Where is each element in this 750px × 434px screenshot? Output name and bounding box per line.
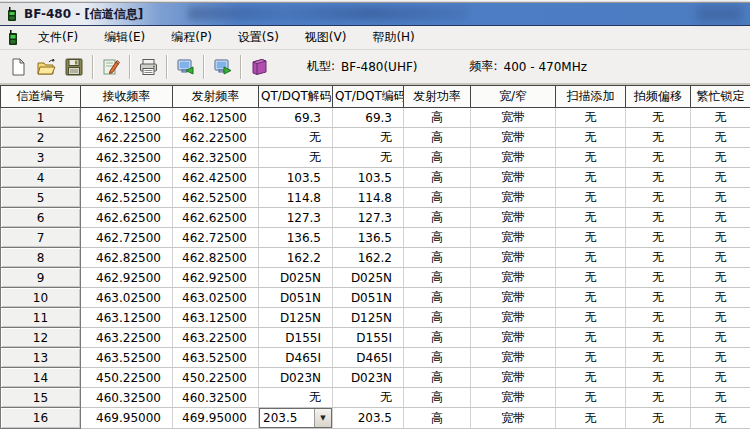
cell-power[interactable]: 高 (404, 168, 471, 188)
cell-tx[interactable]: 462.32500 (173, 148, 259, 168)
cell-busy[interactable]: 无 (691, 228, 750, 248)
row-header-cell[interactable]: 9 (1, 268, 81, 288)
cell-busy[interactable]: 无 (691, 288, 750, 308)
column-header-offset[interactable]: 拍频偏移 (626, 86, 691, 108)
cell-decode[interactable]: D051N (259, 288, 333, 308)
cell-busy[interactable]: 无 (691, 128, 750, 148)
column-header-busy[interactable]: 繁忙锁定 (691, 86, 750, 108)
cell-rx[interactable]: 462.52500 (81, 188, 173, 208)
cell-offset[interactable]: 无 (626, 208, 691, 228)
cell-bandwidth[interactable]: 宽带 (471, 208, 556, 228)
cell-encode[interactable]: D155I (333, 328, 404, 348)
cell-decode[interactable]: 69.3 (259, 108, 333, 128)
cell-decode[interactable]: 103.5 (259, 168, 333, 188)
cell-busy[interactable]: 无 (691, 268, 750, 288)
cell-decode[interactable]: 114.8 (259, 188, 333, 208)
cell-tx[interactable]: 462.72500 (173, 228, 259, 248)
row-header-cell[interactable]: 16 (1, 408, 81, 429)
cell-decode[interactable]: D155I (259, 328, 333, 348)
cell-rx[interactable]: 462.72500 (81, 228, 173, 248)
cell-offset[interactable]: 无 (626, 368, 691, 388)
cell-busy[interactable]: 无 (691, 108, 750, 128)
cell-decode[interactable]: 无 (259, 148, 333, 168)
cell-power[interactable]: 高 (404, 348, 471, 368)
menu-view[interactable]: 视图(V) (293, 26, 359, 49)
print-button[interactable] (134, 53, 162, 81)
cell-tx[interactable]: 463.12500 (173, 308, 259, 328)
cell-scan[interactable]: 无 (556, 168, 626, 188)
cell-power[interactable]: 高 (404, 388, 471, 408)
cell-offset[interactable]: 无 (626, 248, 691, 268)
cell-tx[interactable]: 462.42500 (173, 168, 259, 188)
cell-rx[interactable]: 469.95000 (81, 408, 173, 429)
cell-power[interactable]: 高 (404, 108, 471, 128)
cell-bandwidth[interactable]: 宽带 (471, 288, 556, 308)
cell-encode[interactable]: 69.3 (333, 108, 404, 128)
column-header-power[interactable]: 发射功率 (404, 86, 471, 108)
cell-tx[interactable]: 462.12500 (173, 108, 259, 128)
cell-rx[interactable]: 462.12500 (81, 108, 173, 128)
cell-bandwidth[interactable]: 宽带 (471, 108, 556, 128)
cell-decode[interactable]: 127.3 (259, 208, 333, 228)
cell-decode[interactable]: 无 (259, 128, 333, 148)
cell-offset[interactable]: 无 (626, 348, 691, 368)
cell-encode[interactable]: 103.5 (333, 168, 404, 188)
column-header-tx[interactable]: 发射频率 (173, 86, 259, 108)
cell-offset[interactable]: 无 (626, 388, 691, 408)
cell-scan[interactable]: 无 (556, 288, 626, 308)
write-to-radio-button[interactable] (208, 53, 236, 81)
column-header-scan[interactable]: 扫描添加 (556, 86, 626, 108)
cell-bandwidth[interactable]: 宽带 (471, 128, 556, 148)
cell-encode[interactable]: D023N (333, 368, 404, 388)
menu-edit[interactable]: 编辑(E) (92, 26, 157, 49)
cell-power[interactable]: 高 (404, 408, 471, 429)
row-header-cell[interactable]: 5 (1, 188, 81, 208)
cell-scan[interactable]: 无 (556, 368, 626, 388)
cell-tx[interactable]: 469.95000 (173, 408, 259, 429)
cell-busy[interactable]: 无 (691, 308, 750, 328)
cell-scan[interactable]: 无 (556, 228, 626, 248)
cell-busy[interactable]: 无 (691, 368, 750, 388)
child-window-icon[interactable] (6, 30, 20, 45)
column-header-bandwidth[interactable]: 宽/窄 (471, 86, 556, 108)
cell-encode[interactable]: 无 (333, 148, 404, 168)
column-header-encode[interactable]: QT/DQT编码 (333, 86, 404, 108)
cell-tx[interactable]: 462.22500 (173, 128, 259, 148)
row-header-cell[interactable]: 6 (1, 208, 81, 228)
row-header-cell[interactable]: 3 (1, 148, 81, 168)
cell-rx[interactable]: 450.22500 (81, 368, 173, 388)
cell-encode[interactable]: 114.8 (333, 188, 404, 208)
cell-bandwidth[interactable]: 宽带 (471, 308, 556, 328)
cell-decode[interactable]: D023N (259, 368, 333, 388)
cell-power[interactable]: 高 (404, 208, 471, 228)
cell-offset[interactable]: 无 (626, 228, 691, 248)
cell-bandwidth[interactable]: 宽带 (471, 408, 556, 429)
cell-scan[interactable]: 无 (556, 348, 626, 368)
row-header-cell[interactable]: 15 (1, 388, 81, 408)
cell-power[interactable]: 高 (404, 268, 471, 288)
cell-rx[interactable]: 463.02500 (81, 288, 173, 308)
cell-rx[interactable]: 462.42500 (81, 168, 173, 188)
cell-scan[interactable]: 无 (556, 148, 626, 168)
cell-offset[interactable]: 无 (626, 328, 691, 348)
edit-channel-button[interactable] (97, 53, 125, 81)
cell-bandwidth[interactable]: 宽带 (471, 388, 556, 408)
cell-tx[interactable]: 450.22500 (173, 368, 259, 388)
qt-dqt-combobox-input[interactable] (260, 409, 314, 427)
cell-decode[interactable]: 162.2 (259, 248, 333, 268)
cell-power[interactable]: 高 (404, 308, 471, 328)
chevron-down-icon[interactable]: ▼ (314, 409, 331, 427)
cell-offset[interactable]: 无 (626, 288, 691, 308)
cell-scan[interactable]: 无 (556, 128, 626, 148)
open-file-button[interactable] (32, 53, 60, 81)
cell-power[interactable]: 高 (404, 148, 471, 168)
cell-offset[interactable]: 无 (626, 128, 691, 148)
cell-scan[interactable]: 无 (556, 408, 626, 429)
cell-busy[interactable]: 无 (691, 168, 750, 188)
row-header-cell[interactable]: 1 (1, 108, 81, 128)
cell-busy[interactable]: 无 (691, 248, 750, 268)
cell-decode[interactable]: 136.5 (259, 228, 333, 248)
cell-bandwidth[interactable]: 宽带 (471, 348, 556, 368)
cell-scan[interactable]: 无 (556, 268, 626, 288)
cell-rx[interactable]: 463.12500 (81, 308, 173, 328)
